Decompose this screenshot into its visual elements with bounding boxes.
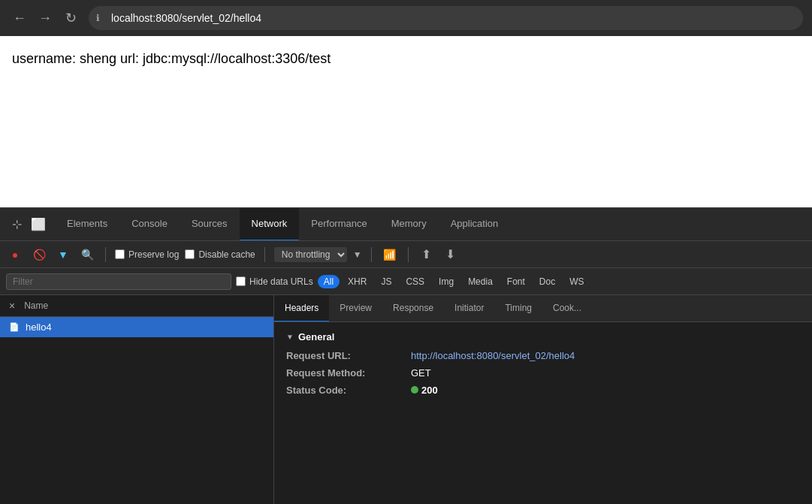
file-list-header: × Name xyxy=(0,295,273,317)
page-content: username: sheng url: jdbc:mysql://localh… xyxy=(0,36,812,219)
filter-tag-ws[interactable]: WS xyxy=(563,275,590,288)
toolbar-separator-3 xyxy=(371,247,372,262)
wifi-icon-button[interactable]: 📶 xyxy=(381,246,399,264)
hide-data-urls-label[interactable]: Hide data URLs xyxy=(236,276,313,287)
import-har-button[interactable]: ⬆ xyxy=(418,246,436,264)
inspector-icon-button[interactable]: ⬜ xyxy=(28,214,49,234)
details-tab-initiator[interactable]: Initiator xyxy=(444,295,494,322)
filter-tag-all[interactable]: All xyxy=(318,275,340,288)
close-detail-button[interactable]: × xyxy=(9,300,15,312)
status-code-label: Status Code: xyxy=(286,385,406,396)
disable-cache-checkbox[interactable] xyxy=(185,249,195,259)
request-url-value: http://localhost:8080/servlet_02/hello4 xyxy=(411,350,575,361)
file-item-hello4[interactable]: 📄 hello4 xyxy=(0,317,273,337)
browser-toolbar: ← → ↻ ℹ xyxy=(0,0,812,36)
hide-data-urls-text: Hide data URLs xyxy=(249,276,313,287)
request-method-label: Request Method: xyxy=(286,367,406,379)
filter-tag-doc[interactable]: Doc xyxy=(533,275,561,288)
back-button[interactable]: ← xyxy=(9,8,30,29)
devtools-main: × Name 📄 hello4 Headers Preview Response… xyxy=(0,295,812,504)
filter-bar: Hide data URLs All XHR JS CSS Img Media … xyxy=(0,268,812,295)
devtools-panel: ⊹ ⬜ Elements Console Sources Network Per… xyxy=(0,207,812,504)
address-input[interactable] xyxy=(89,6,803,30)
tab-sources[interactable]: Sources xyxy=(180,208,240,241)
hide-data-urls-checkbox[interactable] xyxy=(236,276,246,286)
forward-button[interactable]: → xyxy=(35,8,56,29)
status-code-value: 200 xyxy=(421,385,438,396)
tab-performance[interactable]: Performance xyxy=(299,208,379,241)
disable-cache-text: Disable cache xyxy=(198,249,255,260)
filter-tag-img[interactable]: Img xyxy=(433,275,460,288)
status-dot-icon xyxy=(411,386,418,394)
search-button[interactable]: 🔍 xyxy=(78,246,96,264)
file-type-icon: 📄 xyxy=(9,322,20,332)
tab-memory[interactable]: Memory xyxy=(379,208,439,241)
throttle-select[interactable]: No throttling xyxy=(274,247,347,262)
details-tabs-bar: Headers Preview Response Initiator Timin… xyxy=(274,295,812,322)
record-button[interactable]: ● xyxy=(6,246,24,264)
filter-tag-font[interactable]: Font xyxy=(501,275,531,288)
page-text: username: sheng url: jdbc:mysql://localh… xyxy=(12,51,331,66)
request-url-row: Request URL: http://localhost:8080/servl… xyxy=(286,350,800,361)
status-code-row: Status Code: 200 xyxy=(286,385,800,396)
general-section-header: General xyxy=(286,331,800,343)
details-tab-timing[interactable]: Timing xyxy=(494,295,542,322)
filter-input[interactable] xyxy=(6,273,231,290)
toolbar-separator-2 xyxy=(264,247,265,262)
details-tab-headers[interactable]: Headers xyxy=(274,295,329,322)
export-har-button[interactable]: ⬇ xyxy=(442,246,460,264)
toolbar-separator-1 xyxy=(105,247,106,262)
request-method-value: GET xyxy=(411,367,431,379)
filter-tag-css[interactable]: CSS xyxy=(400,275,430,288)
cursor-icon-button[interactable]: ⊹ xyxy=(9,214,25,234)
details-tab-preview[interactable]: Preview xyxy=(329,295,382,322)
filter-tag-xhr[interactable]: XHR xyxy=(342,275,373,288)
filter-button[interactable]: ▼ xyxy=(54,246,72,264)
reload-button[interactable]: ↻ xyxy=(60,8,81,29)
disable-cache-label[interactable]: Disable cache xyxy=(185,249,255,260)
devtools-toolbar: ● 🚫 ▼ 🔍 Preserve log Disable cache No th… xyxy=(0,241,812,268)
details-tab-cookies[interactable]: Cook... xyxy=(542,295,592,322)
preserve-log-label[interactable]: Preserve log xyxy=(115,249,179,260)
nav-buttons: ← → ↻ xyxy=(9,8,81,29)
tab-network[interactable]: Network xyxy=(240,208,300,241)
filter-tag-media[interactable]: Media xyxy=(462,275,499,288)
filter-tag-js[interactable]: JS xyxy=(375,275,397,288)
preserve-log-checkbox[interactable] xyxy=(115,249,125,259)
file-list-panel: × Name 📄 hello4 xyxy=(0,295,274,504)
tab-application[interactable]: Application xyxy=(439,208,511,241)
devtools-tabs-bar: ⊹ ⬜ Elements Console Sources Network Per… xyxy=(0,208,812,241)
toolbar-separator-4 xyxy=(408,247,409,262)
address-info-icon: ℹ xyxy=(96,13,100,23)
request-method-row: Request Method: GET xyxy=(286,367,800,379)
devtools-icon-buttons: ⊹ ⬜ xyxy=(3,214,55,234)
address-bar-container: ℹ xyxy=(89,6,803,30)
tab-elements[interactable]: Elements xyxy=(55,208,119,241)
request-url-label: Request URL: xyxy=(286,350,406,361)
file-item-name: hello4 xyxy=(26,321,52,333)
details-panel: Headers Preview Response Initiator Timin… xyxy=(274,295,812,504)
tab-console[interactable]: Console xyxy=(119,208,180,241)
filter-tags: All XHR JS CSS Img Media Font Doc WS xyxy=(318,275,590,288)
details-content: General Request URL: http://localhost:80… xyxy=(274,322,812,504)
details-tab-response[interactable]: Response xyxy=(382,295,444,322)
preserve-log-text: Preserve log xyxy=(128,249,179,260)
throttle-dropdown-arrow: ▼ xyxy=(353,249,362,260)
file-list-name-header: Name xyxy=(24,300,48,311)
block-button[interactable]: 🚫 xyxy=(30,246,48,264)
